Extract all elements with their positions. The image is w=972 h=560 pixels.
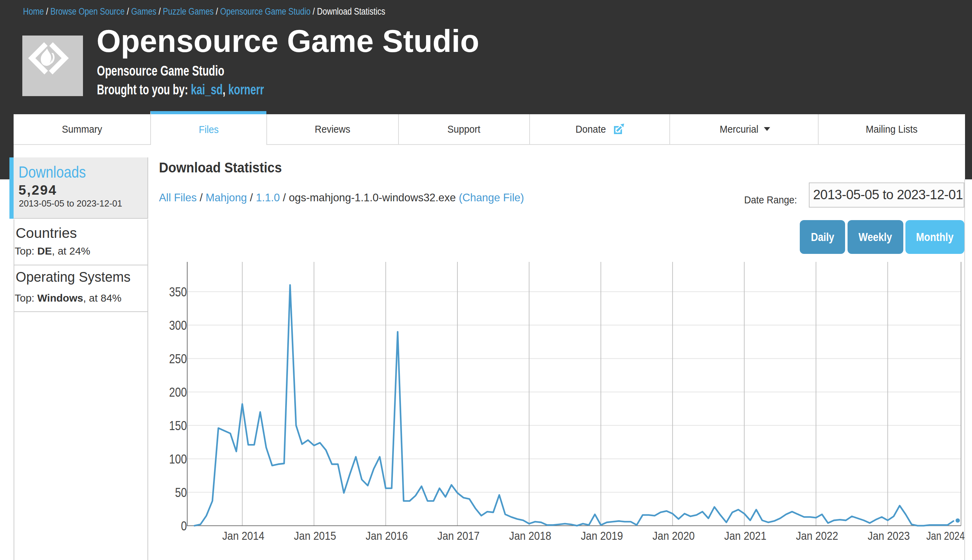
svg-text:Jan 2024: Jan 2024 (926, 529, 965, 542)
svg-text:Jan 2021: Jan 2021 (724, 529, 766, 542)
svg-text:200: 200 (169, 385, 187, 400)
svg-text:50: 50 (175, 485, 187, 500)
svg-text:0: 0 (181, 519, 187, 533)
svg-text:Jan 2016: Jan 2016 (366, 529, 408, 542)
svg-text:Jan 2018: Jan 2018 (509, 529, 551, 542)
svg-text:300: 300 (169, 318, 187, 333)
svg-text:250: 250 (169, 352, 187, 366)
svg-text:Jan 2022: Jan 2022 (796, 529, 838, 542)
svg-text:150: 150 (169, 418, 187, 433)
svg-text:Jan 2015: Jan 2015 (294, 529, 336, 542)
svg-text:Jan 2023: Jan 2023 (868, 529, 910, 542)
svg-text:350: 350 (169, 285, 187, 299)
svg-text:Jan 2014: Jan 2014 (222, 529, 264, 542)
svg-text:Jan 2017: Jan 2017 (438, 529, 480, 542)
svg-text:Jan 2019: Jan 2019 (581, 529, 623, 542)
svg-text:100: 100 (169, 452, 187, 466)
svg-text:Jan 2020: Jan 2020 (652, 529, 695, 542)
